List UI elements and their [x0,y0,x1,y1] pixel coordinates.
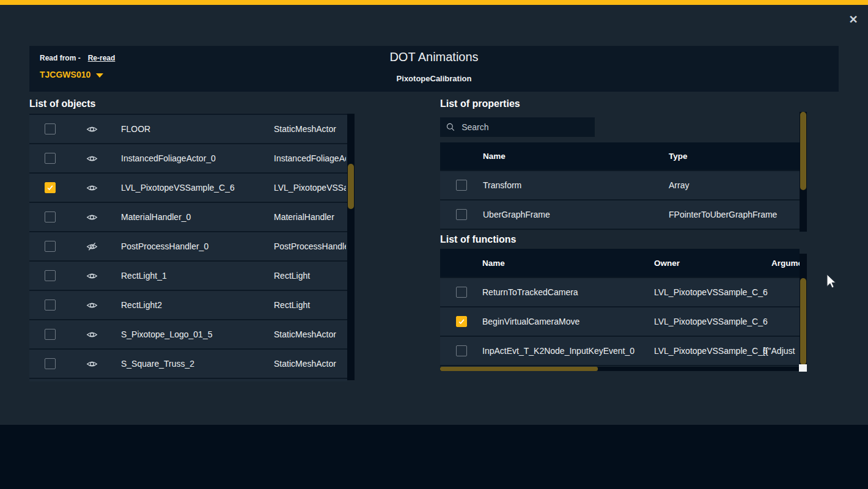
property-name: Transform [483,171,521,199]
column-header-owner: Owner [654,249,680,277]
property-row[interactable]: TransformArray [440,171,800,200]
object-name: InstancedFoliageActor_0 [121,144,216,172]
object-name: S_Pixotope_Logo_01_5 [121,320,212,348]
functions-horizontal-scrollbar-thumb[interactable] [440,367,598,371]
row-checkbox[interactable] [45,153,56,164]
object-name: LVL_PixotopeVSSample_C_6 [121,174,235,202]
properties-scrollbar-thumb[interactable] [800,112,806,190]
object-type: MaterialHandler [274,203,346,231]
functions-horizontal-scrollbar[interactable] [440,367,800,371]
object-name: RectLight2 [121,291,162,319]
eye-off-icon[interactable] [86,232,98,260]
objects-scrollbar-thumb[interactable] [348,164,354,209]
mouse-cursor [826,274,838,290]
function-owner: LVL_PixotopeVSSample_C_6 [654,307,768,336]
top-accent-bar [0,0,868,5]
property-name: UberGraphFrame [483,200,550,229]
row-checkbox[interactable] [456,180,467,191]
dialog-subtitle: PixotopeCalibration [29,74,839,83]
search-icon [446,122,455,132]
row-checkbox[interactable] [45,300,56,311]
property-type: Array [669,171,689,199]
close-icon[interactable]: ✕ [846,12,861,27]
function-arguments [763,307,800,336]
function-row[interactable]: ReturnToTrackedCameraLVL_PixotopeVSSampl… [440,278,800,307]
properties-rows: TransformArrayUberGraphFrameFPointerToUb… [440,171,800,230]
objects-table: FLOORStaticMeshActorInstancedFoliageActo… [29,114,347,381]
property-row[interactable]: UberGraphFrameFPointerToUberGraphFrame [440,200,800,230]
scrollbar-corner [799,364,807,372]
object-row[interactable]: S_Pixotope_Logo_01_5StaticMeshActor [29,320,347,350]
row-checkbox[interactable] [45,358,56,369]
function-row[interactable]: InpActEvt_T_K2Node_InputKeyEvent_0LVL_Pi… [440,337,800,366]
functions-scrollbar-thumb[interactable] [800,278,806,365]
object-name: S_Square_Truss_2 [121,350,194,378]
object-row[interactable]: PostProcessHandler_0PostProcessHandler [29,232,347,262]
eye-icon[interactable] [86,320,98,348]
row-checkbox[interactable] [45,270,56,281]
row-checkbox-checked[interactable] [45,182,56,193]
object-row[interactable]: FLOORStaticMeshActor [29,115,347,144]
object-type: PostProcessHandler [274,232,346,260]
properties-scrollbar[interactable] [800,112,807,232]
object-name: PostProcessHandler_0 [121,232,208,260]
eye-icon[interactable] [86,350,98,378]
properties-table: Name Type TransformArrayUberGraphFrameFP… [440,142,800,230]
object-name: MaterialHandler_0 [121,203,191,231]
eye-icon[interactable] [86,115,98,143]
object-type: StaticMeshActor [274,350,346,378]
object-row[interactable]: RectLight2RectLight [29,291,347,320]
function-name: InpActEvt_T_K2Node_InputKeyEvent_0 [482,337,634,365]
column-header-type: Type [669,142,688,170]
row-checkbox[interactable] [45,329,56,340]
search-input[interactable] [460,122,589,133]
object-row[interactable]: MaterialHandler_0MaterialHandler [29,203,347,232]
row-checkbox[interactable] [45,211,56,222]
object-type: StaticMeshActor [274,320,346,348]
eye-icon[interactable] [86,174,98,202]
object-row[interactable]: InstancedFoliageActor_0InstancedFoliageA… [29,144,347,174]
search-box[interactable] [440,117,595,137]
function-owner: LVL_PixotopeVSSample_C_6 [654,337,768,365]
row-checkbox[interactable] [456,345,467,356]
properties-table-header: Name Type [440,142,800,171]
object-type: InstancedFoliageActor [274,144,346,172]
objects-rows: FLOORStaticMeshActorInstancedFoliageActo… [29,115,347,381]
row-checkbox[interactable] [45,241,56,252]
object-type: RectLight [274,291,346,319]
function-arguments: [{"Adjust [763,337,800,365]
object-name: RectLight_1 [121,262,167,290]
eye-icon[interactable] [86,203,98,231]
dialog-title: DOT Animations [29,50,839,64]
column-header-name: Name [483,142,506,170]
function-owner: LVL_PixotopeVSSample_C_6 [654,278,768,306]
object-type: LVL_PixotopeVSSample [274,174,346,202]
function-row[interactable]: BeginVirtualCameraMoveLVL_PixotopeVSSamp… [440,307,800,337]
object-name: FLOOR [121,115,150,143]
property-type: FPointerToUberGraphFrame [669,200,777,229]
row-checkbox-checked[interactable] [456,316,467,327]
objects-scrollbar[interactable] [347,114,355,380]
object-row[interactable]: LVL_PixotopeVSSample_C_6LVL_PixotopeVSSa… [29,174,347,203]
properties-heading: List of properties [440,98,520,109]
eye-icon[interactable] [86,262,98,290]
row-checkbox[interactable] [456,209,467,220]
function-name: ReturnToTrackedCamera [482,278,578,306]
dialog: ✕ Read from -Re-read TJCGWS010 DOT Anima… [0,0,868,489]
eye-icon[interactable] [86,291,98,319]
row-checkbox[interactable] [456,287,467,298]
row-checkbox[interactable] [45,123,56,134]
function-name: BeginVirtualCameraMove [482,307,579,336]
functions-rows: ReturnToTrackedCameraLVL_PixotopeVSSampl… [440,278,800,366]
column-header-name: Name [482,249,505,277]
dialog-footer: Cancel Select [0,425,868,489]
object-row[interactable]: S_Square_Truss_2StaticMeshActor [29,350,347,379]
object-type: RectLight [274,262,346,290]
object-type: StaticMeshActor [274,115,346,143]
object-row[interactable]: RectLight_1RectLight [29,262,347,291]
objects-heading: List of objects [29,98,95,109]
eye-icon[interactable] [86,144,98,172]
functions-heading: List of functions [440,234,516,245]
functions-scrollbar[interactable] [800,254,807,365]
function-arguments [763,278,800,306]
